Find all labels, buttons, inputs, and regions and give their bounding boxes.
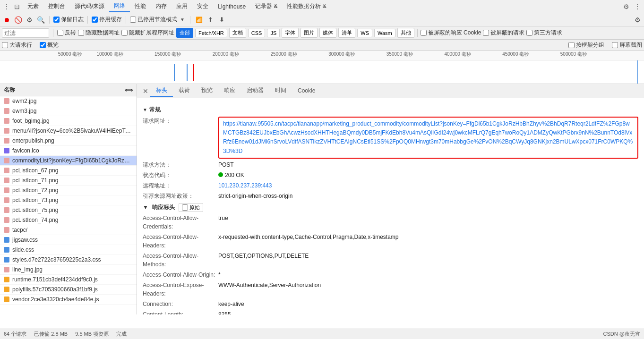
more-options-button[interactable]: ⋮ <box>633 2 642 11</box>
disable-throttle-label[interactable]: 已停用节流模式 ▼ <box>130 16 186 24</box>
filter-input[interactable] <box>2 28 49 38</box>
detail-tab-headers[interactable]: 标头 <box>150 85 173 97</box>
filter-ws[interactable]: WS <box>357 29 372 37</box>
dock-toggle[interactable]: ⊡ <box>12 2 22 11</box>
file-item[interactable]: pcListIcon_71.png <box>0 176 137 186</box>
ruler-mark-4: 200000 毫秒 <box>213 51 239 58</box>
devtools-toggle[interactable]: ⋮ <box>2 2 11 11</box>
detail-tab-timing[interactable]: 时间 <box>269 85 292 97</box>
file-item[interactable]: pcListIcon_74.png <box>0 215 137 225</box>
response-header-key: Access-Control-Expose-Headers: <box>143 281 218 298</box>
blocked-req-label[interactable]: 被屏蔽的请求 <box>483 29 524 37</box>
preserve-log-label[interactable]: 保留日志 <box>53 16 84 24</box>
file-item[interactable]: commodityList?jsonKey=FfgDi65b1CgkJoRzHb… <box>0 156 137 166</box>
file-item[interactable]: tacpc/ <box>0 225 137 235</box>
record-button[interactable]: ⏺ <box>2 15 11 25</box>
tab-performance[interactable]: 性能 <box>130 1 151 12</box>
filter-js[interactable]: JS <box>267 29 280 37</box>
filter-img[interactable]: 图片 <box>301 28 318 38</box>
file-item[interactable]: polyfills.57c7053900660a3f1bf9.js <box>0 285 137 295</box>
hide-ext-url-label[interactable]: 隐藏扩展程序网址 <box>121 29 174 37</box>
hide-data-url-label[interactable]: 隐藏数据网址 <box>78 29 120 37</box>
request-url-key: 请求网址： <box>143 117 218 125</box>
file-item[interactable]: slide.css <box>0 245 137 255</box>
original-button[interactable]: 原始 <box>179 203 203 212</box>
settings-button[interactable]: ⚙ <box>621 2 631 11</box>
filter-toggle[interactable]: ⚙ <box>25 15 34 25</box>
file-item[interactable]: line_img.jpg <box>0 265 137 275</box>
file-item[interactable]: pcListIcon_75.png <box>0 205 137 215</box>
file-item[interactable]: favicon.ico <box>0 146 137 156</box>
group-frame-label[interactable]: 按框架分组 <box>568 41 604 49</box>
original-checkbox[interactable] <box>182 204 188 211</box>
detail-tab-response[interactable]: 响应 <box>218 85 241 97</box>
tab-sources[interactable]: 源代码/来源 <box>70 1 109 12</box>
file-item[interactable]: pcListIcon_73.png <box>0 195 137 205</box>
large-rows-label[interactable]: 大请求行 <box>2 41 32 49</box>
filter-doc[interactable]: 文档 <box>229 28 246 38</box>
resize-handle[interactable]: ⟺ <box>125 87 133 93</box>
preserve-log-checkbox[interactable] <box>53 17 60 23</box>
filter-manifest[interactable]: 清单 <box>338 28 355 38</box>
overview-checkbox[interactable] <box>40 42 46 48</box>
detail-tab-cookie[interactable]: Cookie <box>292 85 321 97</box>
file-item[interactable]: pcListIcon_72.png <box>0 186 137 195</box>
screenshot-label[interactable]: 屏幕截图 <box>612 41 642 49</box>
response-header-key: Content-Length: <box>143 310 218 314</box>
network-settings[interactable]: ⚙ <box>633 15 642 25</box>
disable-throttle-checkbox[interactable] <box>130 17 136 23</box>
blocked-cookie-label[interactable]: 被屏蔽的响应 Cookie <box>421 29 481 37</box>
file-item[interactable]: menuAll?jsonKey=6co%2B5ivakuW4lHiEepTA..… <box>0 126 137 136</box>
file-item[interactable]: runtime.7151cb3def4234ddf9c0.js <box>0 275 137 285</box>
file-name: styles.d7e2722c37659225c2a3.css <box>12 256 101 263</box>
tab-network[interactable]: 网络 <box>109 0 130 12</box>
tab-security[interactable]: 安全 <box>192 1 213 12</box>
clear-button[interactable]: 🚫 <box>13 15 23 25</box>
file-item[interactable]: jigsaw.css <box>0 235 137 245</box>
filter-media[interactable]: 媒体 <box>319 28 336 38</box>
reverse-checkbox[interactable] <box>57 30 63 36</box>
file-item[interactable]: pcListIcon_67.png <box>0 166 137 176</box>
tab-memory[interactable]: 内存 <box>151 1 172 12</box>
tab-application[interactable]: 应用 <box>172 1 192 12</box>
download-button[interactable]: ⬇ <box>217 15 226 25</box>
detail-tab-payload[interactable]: 载荷 <box>173 85 196 97</box>
tab-elements[interactable]: 元素 <box>23 1 43 12</box>
close-detail-button[interactable]: ✕ <box>141 85 150 97</box>
third-party-label[interactable]: 第三方请求 <box>526 29 562 37</box>
disable-cache-checkbox[interactable] <box>92 17 98 23</box>
file-item[interactable]: vendor.2ce3e3320cb4ae4de84e.js <box>0 295 137 305</box>
file-item[interactable]: enterpublish.png <box>0 136 137 146</box>
hide-ext-url-checkbox[interactable] <box>121 30 128 36</box>
upload-button[interactable]: ⬆ <box>206 15 215 25</box>
reverse-label[interactable]: 反转 <box>57 29 76 37</box>
tab-console[interactable]: 控制台 <box>43 1 70 12</box>
overview-label[interactable]: 概览 <box>40 41 59 49</box>
third-party-checkbox[interactable] <box>526 30 532 36</box>
file-item[interactable]: styles.d7e2722c37659225c2a3.css <box>0 255 137 265</box>
tab-lighthouse[interactable]: Lighthouse <box>213 2 250 11</box>
filter-css[interactable]: CSS <box>248 29 266 37</box>
file-item[interactable]: ewm2.jpg <box>0 96 137 106</box>
search-button[interactable]: 🔍 <box>36 15 45 25</box>
blocked-cookie-checkbox[interactable] <box>421 30 427 36</box>
tab-perf-insights[interactable]: 性能数据分析 & <box>282 1 331 12</box>
screenshot-checkbox[interactable] <box>612 42 618 48</box>
large-rows-checkbox[interactable] <box>2 42 8 48</box>
filter-all[interactable]: 全部 <box>176 28 193 38</box>
tab-recorder[interactable]: 记录器 & <box>250 1 282 12</box>
detail-tab-preview[interactable]: 预览 <box>196 85 218 97</box>
throttle-dropdown[interactable]: ▼ <box>179 16 186 24</box>
filter-fetch-xhr[interactable]: Fetch/XHR <box>195 29 227 37</box>
wifi-icon[interactable]: 📶 <box>194 15 204 25</box>
filter-font[interactable]: 字体 <box>282 28 299 38</box>
filter-other[interactable]: 其他 <box>397 28 414 38</box>
detail-tab-initiator[interactable]: 启动器 <box>241 85 269 97</box>
file-item[interactable]: ewm3.jpg <box>0 106 137 116</box>
filter-wasm[interactable]: Wasm <box>374 29 395 37</box>
file-item[interactable]: foot_bgimg.jpg <box>0 116 137 126</box>
group-frame-checkbox[interactable] <box>568 42 575 48</box>
hide-data-url-checkbox[interactable] <box>78 30 84 36</box>
blocked-req-checkbox[interactable] <box>483 30 489 36</box>
disable-cache-label[interactable]: 停用缓存 <box>92 16 122 24</box>
